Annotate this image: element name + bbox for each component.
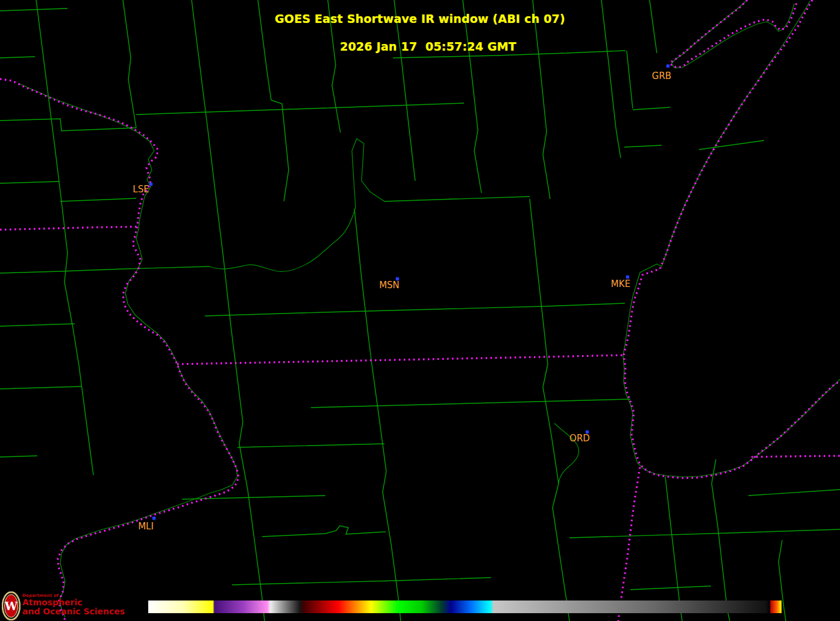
state-border-mississippi-dotted bbox=[0, 79, 239, 621]
image-title: GOES East Shortwave IR window (ABI ch 07… bbox=[0, 12, 840, 68]
map-canvas bbox=[0, 0, 840, 621]
river-near-ord bbox=[554, 423, 578, 484]
ir-enhancement-colorbar bbox=[148, 601, 782, 613]
state-border-il-in-dotted bbox=[618, 467, 640, 621]
svg-text:W: W bbox=[4, 599, 18, 613]
station-dot-grb bbox=[666, 65, 669, 68]
river-wisconsin bbox=[210, 139, 384, 271]
station-label-msn: MSN bbox=[379, 280, 400, 291]
state-border-wi-il-dotted bbox=[177, 355, 624, 364]
uw-aos-wordmark: Department of Atmospheric and Oceanic Sc… bbox=[22, 593, 125, 616]
title-line1: GOES East Shortwave IR window (ABI ch 07… bbox=[275, 12, 565, 25]
uw-aos-logo: W Department of Atmospheric and Oceanic … bbox=[2, 591, 140, 621]
logo-atmospheric-line: Atmospheric bbox=[22, 598, 125, 607]
title-line2: 2026 Jan 17 05:57:24 GMT bbox=[340, 40, 516, 53]
station-label-lse: LSE bbox=[133, 184, 149, 195]
station-label-mke: MKE bbox=[611, 279, 630, 289]
logo-oceanic-line: and Oceanic Sciences bbox=[22, 607, 125, 616]
state-border-in-mi-dotted bbox=[751, 456, 840, 457]
state-border-ia-mn-dotted bbox=[0, 227, 137, 230]
station-label-mli: MLI bbox=[138, 521, 154, 532]
station-dot-lse bbox=[149, 183, 152, 186]
satellite-viewer: GOES East Shortwave IR window (ABI ch 07… bbox=[0, 0, 840, 621]
station-label-grb: GRB bbox=[652, 71, 671, 81]
uw-crest-icon: W bbox=[2, 591, 20, 620]
river-mississippi bbox=[18, 83, 237, 617]
station-label-ord: ORD bbox=[569, 433, 590, 444]
station-dot-mli bbox=[152, 517, 155, 520]
